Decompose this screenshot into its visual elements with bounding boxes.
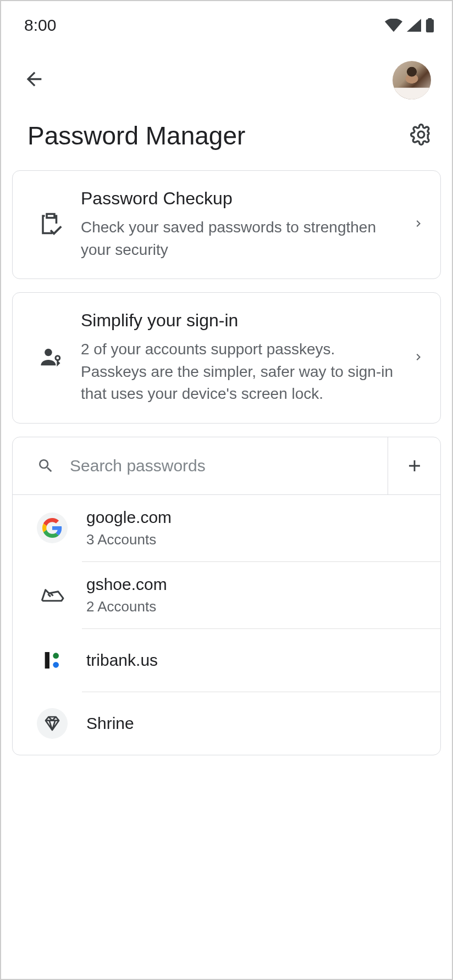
checkup-title: Password Checkup [81, 188, 395, 209]
person-key-icon [39, 346, 63, 368]
svg-point-5 [53, 653, 59, 659]
gear-icon [410, 124, 432, 146]
svg-rect-4 [45, 652, 49, 669]
shoe-icon [40, 586, 65, 604]
clipboard-check-icon [39, 211, 62, 236]
passkeys-title: Simplify your sign-in [81, 310, 395, 331]
plus-icon [405, 456, 424, 475]
search-icon [37, 457, 54, 475]
tribank-icon [41, 649, 63, 671]
svg-rect-1 [428, 18, 432, 20]
svg-point-3 [56, 355, 60, 360]
account-count: 3 Accounts [86, 531, 429, 548]
status-bar: 8:00 [1, 1, 452, 40]
search-row [13, 437, 440, 494]
page-title: Password Manager [27, 121, 245, 151]
password-checkup-card[interactable]: Password Checkup Check your saved passwo… [12, 170, 441, 279]
password-item-gshoe[interactable]: gshoe.com 2 Accounts [13, 562, 440, 628]
site-name: tribank.us [86, 651, 429, 670]
password-item-shrine[interactable]: Shrine [13, 692, 440, 755]
status-icons [385, 18, 434, 32]
back-button[interactable] [23, 68, 45, 92]
account-count: 2 Accounts [86, 598, 429, 615]
search-box[interactable] [13, 437, 388, 494]
passkeys-card[interactable]: Simplify your sign-in 2 of your accounts… [12, 292, 441, 424]
password-item-tribank[interactable]: tribank.us [13, 629, 440, 692]
add-password-button[interactable] [388, 437, 440, 494]
svg-point-2 [45, 348, 52, 356]
password-list: google.com 3 Accounts gshoe.com 2 Accoun… [13, 494, 440, 755]
title-row: Password Manager [1, 105, 452, 170]
status-time: 8:00 [24, 16, 56, 35]
wifi-icon [385, 19, 402, 32]
site-name: Shrine [86, 714, 429, 733]
cellular-icon [407, 19, 421, 32]
settings-button[interactable] [410, 124, 432, 148]
password-item-google[interactable]: google.com 3 Accounts [13, 495, 440, 561]
svg-point-6 [53, 662, 59, 668]
checkup-desc: Check your saved passwords to strengthen… [81, 216, 395, 261]
chevron-right-icon [412, 217, 425, 230]
google-icon [42, 518, 62, 538]
search-input[interactable] [70, 456, 388, 475]
arrow-left-icon [23, 68, 45, 90]
diamond-icon [43, 715, 61, 732]
battery-icon [426, 18, 434, 32]
site-name: gshoe.com [86, 575, 429, 594]
svg-rect-0 [426, 19, 434, 32]
site-name: google.com [86, 508, 429, 527]
top-bar [1, 40, 452, 105]
chevron-right-icon [412, 350, 425, 364]
password-list-card: google.com 3 Accounts gshoe.com 2 Accoun… [12, 437, 441, 755]
passkeys-desc: 2 of your accounts support passkeys. Pas… [81, 338, 395, 405]
profile-avatar[interactable] [393, 61, 431, 99]
